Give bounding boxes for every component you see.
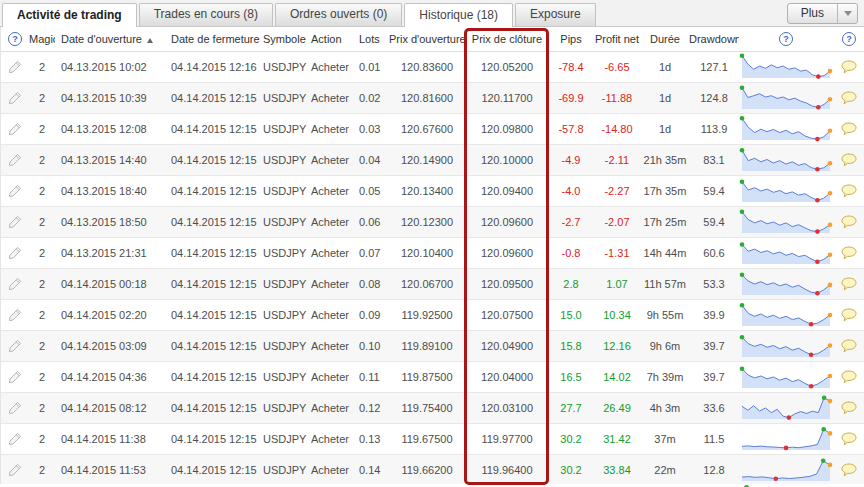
edit-note-icon[interactable] <box>8 463 22 477</box>
profit-net-cell: -2.27 <box>593 185 641 197</box>
comment-bubble-icon[interactable] <box>841 463 857 477</box>
close-date-cell: 04.14.2015 12:15 <box>165 464 261 476</box>
symbol-link[interactable]: USDJPY <box>263 464 306 476</box>
header-close-price[interactable]: Prix de clôture <box>465 33 549 45</box>
symbol-cell: USDJPY <box>261 309 311 321</box>
header-profit-net[interactable]: Profit net <box>593 33 641 45</box>
edit-note-icon[interactable] <box>8 308 22 322</box>
edit-note-icon[interactable] <box>8 184 22 198</box>
tab-exposure[interactable]: Exposure <box>515 3 596 26</box>
symbol-link[interactable]: USDJPY <box>263 371 306 383</box>
symbol-link[interactable]: USDJPY <box>263 216 306 228</box>
comment-bubble-icon[interactable] <box>841 277 857 291</box>
tab-historique[interactable]: Historique (18) <box>404 3 513 27</box>
lots-cell: 0.10 <box>355 340 389 352</box>
open-price-cell: 119.89100 <box>389 340 465 352</box>
profit-net-cell: -2.11 <box>593 154 641 166</box>
symbol-link[interactable]: USDJPY <box>263 340 306 352</box>
profit-net-cell: 12.16 <box>593 340 641 352</box>
lots-cell: 0.09 <box>355 309 389 321</box>
duration-cell: 1d <box>641 92 689 104</box>
magic-cell: 2 <box>29 402 55 414</box>
lots-cell: 0.14 <box>355 464 389 476</box>
comment-bubble-icon[interactable] <box>841 246 857 260</box>
close-date-cell: 04.14.2015 12:16 <box>165 61 261 73</box>
comment-bubble-icon[interactable] <box>841 401 857 415</box>
symbol-link[interactable]: USDJPY <box>263 185 306 197</box>
comment-bubble-icon[interactable] <box>841 339 857 353</box>
close-date-cell: 04.14.2015 12:15 <box>165 247 261 259</box>
header-open-date[interactable]: Date d'ouverture <box>55 33 165 45</box>
open-price-cell: 120.67600 <box>389 123 465 135</box>
comment-bubble-icon[interactable] <box>841 91 857 105</box>
symbol-link[interactable]: USDJPY <box>263 154 306 166</box>
edit-note-icon[interactable] <box>8 91 22 105</box>
edit-note-icon[interactable] <box>8 60 22 74</box>
close-date-cell: 04.14.2015 12:15 <box>165 154 261 166</box>
edit-note-icon[interactable] <box>8 370 22 384</box>
comment-bubble-icon[interactable] <box>841 60 857 74</box>
comment-bubble-icon[interactable] <box>841 122 857 136</box>
header-open-price[interactable]: Prix d'ouverture <box>389 33 465 45</box>
comment-bubble-icon[interactable] <box>841 308 857 322</box>
trade-sparkline <box>739 456 833 485</box>
tab-ordres-ouverts[interactable]: Ordres ouverts (0) <box>275 3 402 26</box>
lots-cell: 0.01 <box>355 61 389 73</box>
edit-note-icon[interactable] <box>8 122 22 136</box>
edit-note-icon[interactable] <box>8 153 22 167</box>
magic-cell: 2 <box>29 340 55 352</box>
magic-cell: 2 <box>29 185 55 197</box>
edit-note-icon[interactable] <box>8 277 22 291</box>
edit-note-icon[interactable] <box>8 339 22 353</box>
trade-sparkline <box>739 146 833 175</box>
trade-sparkline <box>739 332 833 361</box>
comment-bubble-icon[interactable] <box>841 184 857 198</box>
edit-note-icon[interactable] <box>8 432 22 446</box>
pips-cell: 27.7 <box>549 402 593 414</box>
chevron-down-icon[interactable] <box>837 4 857 23</box>
trade-sparkline <box>739 115 833 144</box>
edit-note-icon[interactable] <box>8 215 22 229</box>
tab-trades-en-cours[interactable]: Trades en cours (8) <box>139 3 273 26</box>
lots-cell: 0.11 <box>355 371 389 383</box>
comment-bubble-icon[interactable] <box>841 370 857 384</box>
comment-bubble-icon[interactable] <box>841 215 857 229</box>
symbol-link[interactable]: USDJPY <box>263 309 306 321</box>
help-icon[interactable]: ? <box>842 32 856 46</box>
symbol-cell: USDJPY <box>261 154 311 166</box>
magic-cell: 2 <box>29 278 55 290</box>
tab-activite-de-trading[interactable]: Activité de trading <box>2 3 137 27</box>
edit-note-icon[interactable] <box>8 246 22 260</box>
help-icon[interactable]: ? <box>779 32 793 46</box>
symbol-cell: USDJPY <box>261 185 311 197</box>
profit-net-cell: 10.34 <box>593 309 641 321</box>
help-icon[interactable]: ? <box>8 32 22 46</box>
duration-cell: 9h 6m <box>641 340 689 352</box>
symbol-link[interactable]: USDJPY <box>263 402 306 414</box>
header-close-date[interactable]: Date de fermeture <box>165 33 261 45</box>
comment-bubble-icon[interactable] <box>841 432 857 446</box>
header-pips[interactable]: Pips <box>549 33 593 45</box>
header-symbol[interactable]: Symbole <box>261 33 311 45</box>
symbol-link[interactable]: USDJPY <box>263 92 306 104</box>
symbol-link[interactable]: USDJPY <box>263 61 306 73</box>
edit-note-icon[interactable] <box>8 401 22 415</box>
open-price-cell: 120.10400 <box>389 247 465 259</box>
lots-cell: 0.05 <box>355 185 389 197</box>
header-duration[interactable]: Durée <box>641 33 689 45</box>
table-row: 2 04.13.2015 21:31 04.14.2015 12:15 USDJ… <box>1 238 864 269</box>
action-cell: Acheter <box>311 247 355 259</box>
header-magic[interactable]: Magic <box>29 33 55 45</box>
table-row: 2 04.13.2015 14:40 04.14.2015 12:15 USDJ… <box>1 145 864 176</box>
comment-bubble-icon[interactable] <box>841 153 857 167</box>
header-action[interactable]: Action <box>311 33 355 45</box>
header-lots[interactable]: Lots <box>355 33 389 45</box>
header-drawdown[interactable]: Drawdown <box>689 33 739 45</box>
plus-dropdown-button[interactable]: Plus <box>787 3 858 24</box>
symbol-link[interactable]: USDJPY <box>263 123 306 135</box>
close-date-cell: 04.14.2015 12:15 <box>165 123 261 135</box>
symbol-link[interactable]: USDJPY <box>263 247 306 259</box>
symbol-link[interactable]: USDJPY <box>263 278 306 290</box>
symbol-cell: USDJPY <box>261 92 311 104</box>
symbol-link[interactable]: USDJPY <box>263 433 306 445</box>
